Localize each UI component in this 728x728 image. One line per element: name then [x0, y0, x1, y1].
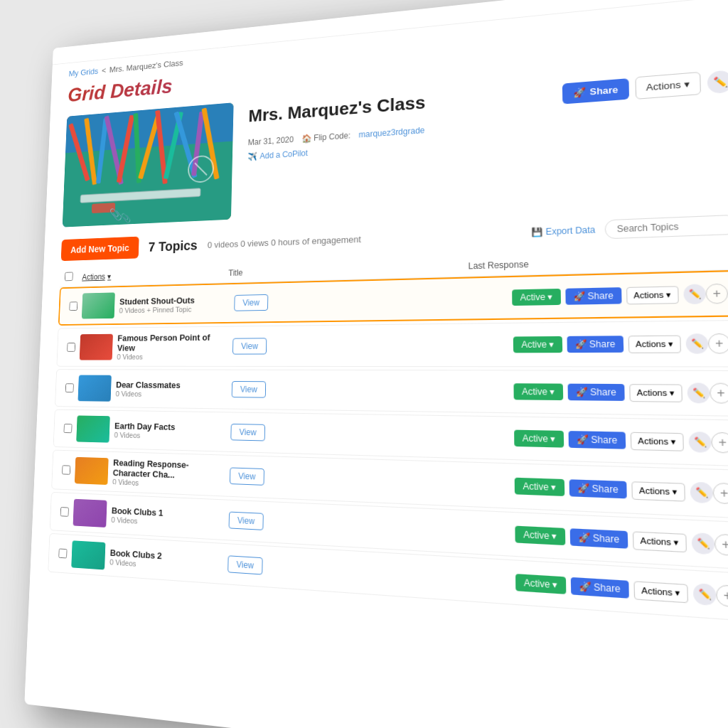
row-checkbox[interactable] [60, 507, 69, 517]
add-cell: + [712, 483, 728, 505]
topic-thumbnail [80, 334, 113, 360]
view-button[interactable]: View [228, 555, 262, 574]
share-row-button[interactable]: 🚀 Share [567, 384, 625, 401]
view-button[interactable]: View [232, 381, 266, 398]
actions-row-button[interactable]: Actions ▾ [626, 286, 679, 304]
add-row-button[interactable]: + [710, 383, 728, 404]
row-checkbox[interactable] [63, 424, 72, 433]
row-checkbox-cell [55, 507, 74, 517]
header-last-response: Last Response [469, 254, 707, 271]
edit-row-button[interactable]: ✏️ [693, 583, 717, 606]
share-row-button[interactable]: 🚀 Share [570, 577, 628, 599]
last-response: View [228, 336, 468, 355]
row-checkbox[interactable] [62, 465, 70, 474]
view-button[interactable]: View [230, 424, 265, 441]
search-topics-input[interactable] [605, 215, 728, 240]
topic-thumbnail [82, 292, 115, 318]
share-row-button[interactable]: 🚀 Share [569, 528, 628, 549]
breadcrumb-my-grids[interactable]: My Grids [68, 66, 98, 78]
topic-title: Student Shout-Outs [119, 295, 195, 306]
add-cell: + [716, 584, 728, 608]
share-button[interactable]: 🚀 Share [562, 78, 629, 104]
actions-button-main[interactable]: Actions ▾ [636, 72, 701, 100]
row-checkbox[interactable] [69, 301, 77, 311]
active-button[interactable]: Active ▾ [514, 383, 563, 400]
actions-row-button[interactable]: Actions ▾ [628, 335, 681, 353]
add-row-button[interactable]: + [711, 432, 728, 454]
active-button[interactable]: Active ▾ [513, 289, 561, 306]
view-button[interactable]: View [234, 294, 268, 311]
edit-row-button[interactable]: ✏️ [692, 532, 715, 555]
select-all-checkbox[interactable] [65, 272, 73, 282]
add-new-topic-button[interactable]: Add New Topic [61, 237, 139, 262]
header-actions: Actions ▾ [82, 268, 228, 282]
row-checkbox[interactable] [58, 548, 67, 558]
topic-subtitle: 0 Videos [116, 390, 181, 398]
active-button[interactable]: Active ▾ [515, 526, 565, 546]
topic-title: Earth Day Facts [114, 420, 176, 432]
add-row-button[interactable]: + [712, 483, 728, 505]
add-row-button[interactable]: + [705, 284, 728, 304]
topics-count: 7 Topics [148, 237, 198, 255]
add-cell: + [705, 284, 728, 304]
row-checkbox-cell [57, 465, 75, 475]
add-row-button[interactable]: + [708, 333, 728, 354]
edit-row-button[interactable]: ✏️ [683, 284, 706, 304]
chevron-down-icon: ▾ [684, 78, 690, 90]
last-response: View [225, 424, 469, 446]
active-button[interactable]: Active ▾ [516, 574, 566, 594]
topic-thumbnail [77, 375, 111, 402]
edit-class-button[interactable]: ✏️ [707, 70, 728, 94]
active-button[interactable]: Active ▾ [515, 478, 564, 496]
last-response: View [229, 290, 467, 311]
rocket-icon: 🚀 [573, 87, 586, 98]
actions-dropdown[interactable]: Actions ▾ [82, 268, 228, 282]
topic-details: Reading Response-Character Cha... 0 Vide… [112, 458, 225, 491]
active-button[interactable]: Active ▾ [515, 430, 564, 448]
actions-row-button[interactable]: Actions ▾ [633, 531, 687, 552]
add-cell: + [708, 333, 728, 354]
actions-row-button[interactable]: Actions ▾ [631, 432, 684, 451]
actions-row-button[interactable]: Actions ▾ [629, 384, 682, 402]
view-button[interactable]: View [230, 467, 264, 485]
topic-info: Famous Person Point of View 0 Videos [80, 332, 228, 360]
topic-details: Book Clubs 2 0 Videos [109, 547, 162, 569]
add-row-button[interactable]: + [716, 584, 728, 607]
header-checkbox [65, 272, 82, 283]
edit-row-button[interactable]: ✏️ [685, 333, 708, 354]
share-row-button[interactable]: 🚀 Share [565, 287, 622, 305]
class-date: Mar 31, 2020 [248, 135, 294, 147]
row-checkbox[interactable] [65, 383, 74, 392]
add-cell: + [714, 534, 728, 557]
topic-title: Famous Person Point of View [117, 332, 228, 353]
last-response: View [223, 511, 469, 541]
edit-row-button[interactable]: ✏️ [688, 432, 711, 453]
view-button[interactable]: View [229, 512, 264, 530]
edit-row-button[interactable]: ✏️ [690, 482, 714, 504]
topic-title: Dear Classmates [116, 380, 181, 390]
topic-details: Famous Person Point of View 0 Videos [117, 332, 228, 360]
topic-thumbnail [71, 540, 105, 569]
share-row-button[interactable]: 🚀 Share [569, 479, 627, 498]
row-checkbox-cell [63, 343, 80, 352]
share-row-button[interactable]: 🚀 Share [567, 336, 623, 353]
chevron-icon: ▾ [107, 272, 111, 281]
topic-details: Dear Classmates 0 Videos [116, 380, 181, 398]
flip-code-value[interactable]: marquez3rdgrade [358, 125, 424, 139]
table-row: Dear Classmates 0 Videos View Active ▾ 🚀… [55, 369, 728, 417]
topic-subtitle: 0 Videos [117, 353, 227, 361]
add-row-button[interactable]: + [714, 534, 728, 557]
add-cell: + [711, 432, 728, 454]
row-checkbox[interactable] [67, 343, 75, 352]
breadcrumb-separator: < [102, 65, 107, 75]
topics-stats: 0 videos 0 views 0 hours of engagement [208, 234, 361, 250]
edit-row-button[interactable]: ✏️ [687, 382, 710, 403]
actions-row-button[interactable]: Actions ▾ [633, 581, 688, 603]
active-button[interactable]: Active ▾ [513, 336, 562, 353]
actions-row-button[interactable]: Actions ▾ [631, 481, 685, 501]
share-row-button[interactable]: 🚀 Share [568, 431, 626, 449]
topics-section: Add New Topic 7 Topics 0 videos 0 views … [31, 210, 728, 623]
view-button[interactable]: View [232, 338, 267, 354]
topic-thumbnail [73, 499, 107, 528]
export-data-button[interactable]: 💾 Export Data [531, 225, 596, 237]
